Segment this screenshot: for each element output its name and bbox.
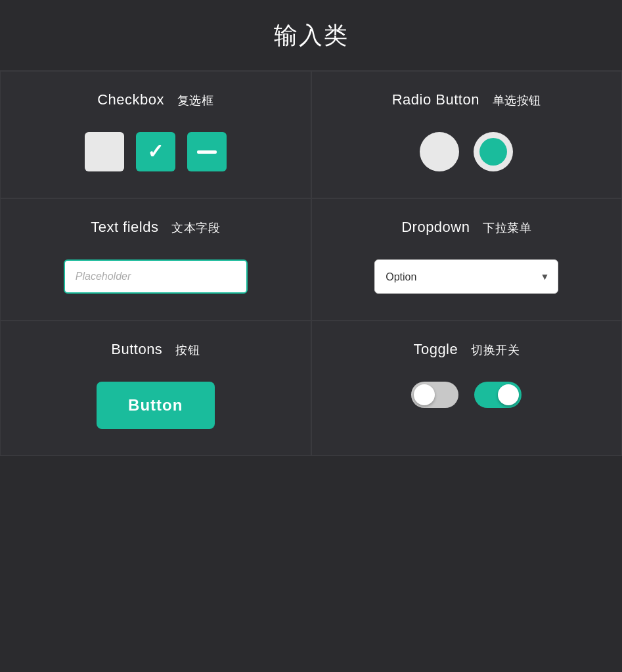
radio-title: Radio Button 单选按钮 (392, 91, 541, 108)
checkbox-indeterminate[interactable] (187, 132, 227, 171)
toggle-off[interactable] (411, 382, 458, 408)
checkmark-icon: ✓ (147, 142, 164, 162)
buttons-cell: Buttons 按钮 Button (0, 321, 311, 456)
page-header: 输入类 (0, 0, 622, 71)
checkbox-checked[interactable]: ✓ (136, 132, 175, 171)
toggle-on[interactable] (474, 382, 522, 408)
dropdown-select[interactable]: Option (374, 259, 558, 294)
toggle-cell: Toggle 切换开关 (311, 321, 623, 456)
dropdown-cell: Dropdown 下拉菜单 Option ▼ (311, 198, 623, 321)
checkbox-cell: Checkbox 复选框 ✓ (0, 71, 311, 198)
main-grid: Checkbox 复选框 ✓ Radio Button 单选按钮 (0, 71, 622, 456)
toggle-thumb-on (498, 384, 519, 405)
radio-selected[interactable] (474, 132, 513, 171)
indeterminate-bar-icon (197, 150, 217, 154)
toggle-title: Toggle 切换开关 (413, 341, 520, 358)
buttons-title: Buttons 按钮 (111, 341, 200, 358)
radio-cell: Radio Button 单选按钮 (311, 71, 623, 198)
radio-row (420, 132, 513, 171)
radio-inner-dot (479, 138, 507, 166)
textfield-cell: Text fields 文本字段 (0, 198, 311, 321)
primary-button[interactable]: Button (97, 382, 215, 429)
dropdown-wrapper: Option ▼ (374, 259, 558, 294)
toggle-row (411, 382, 522, 408)
text-input[interactable] (64, 259, 248, 294)
checkbox-empty[interactable] (85, 132, 124, 171)
radio-unselected[interactable] (420, 132, 459, 171)
dropdown-title: Dropdown 下拉菜单 (401, 219, 531, 236)
checkbox-row: ✓ (85, 132, 227, 171)
toggle-thumb-off (414, 384, 435, 405)
page-title: 输入类 (0, 20, 622, 52)
textfield-title: Text fields 文本字段 (91, 219, 220, 236)
checkbox-title: Checkbox 复选框 (97, 91, 213, 108)
